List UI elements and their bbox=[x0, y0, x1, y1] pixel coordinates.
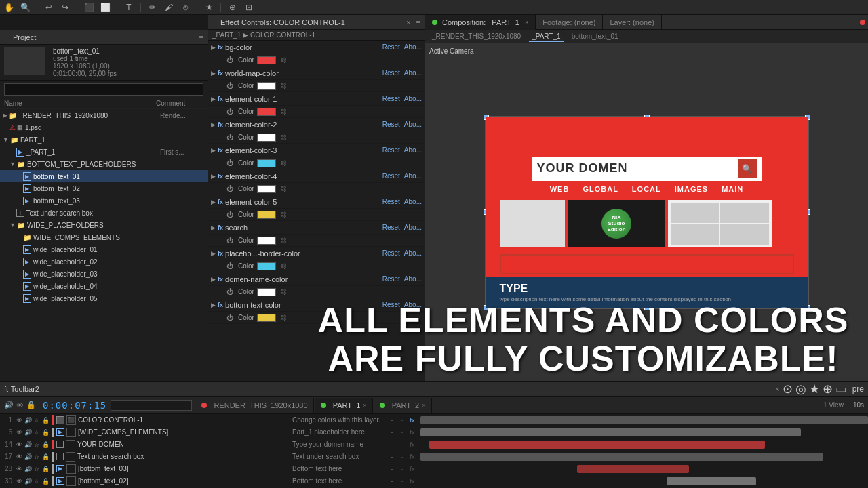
color-row-domen-name-color[interactable]: ⏻ Color ⛓ bbox=[208, 286, 425, 298]
effect-reset-element-color-1[interactable]: Reset bbox=[382, 95, 400, 102]
color-swatch-domen-name-color[interactable] bbox=[257, 288, 276, 296]
effect-reset-domen-name-color[interactable]: Reset bbox=[382, 275, 400, 283]
tl-tab-render[interactable]: _RENDER_THIS_1920x1080 bbox=[196, 398, 313, 413]
effect-row-world-map-color[interactable]: ▶ fx world-map-color Reset Abo... bbox=[208, 66, 425, 80]
ft-icon-5[interactable]: ▭ bbox=[835, 382, 847, 396]
ls-2-28[interactable]: · bbox=[397, 464, 407, 474]
layer-row-14[interactable]: 14 👁 🔊 ☆ 🔒 T YOUR DOMEN Type your domen … bbox=[0, 439, 420, 451]
layer-eye-17[interactable]: 👁 bbox=[15, 453, 23, 461]
layer-eye-14[interactable]: 👁 bbox=[15, 441, 23, 449]
effect-row-placeho-border-color[interactable]: ▶ fx placeho...-border-color Reset Abo..… bbox=[208, 247, 425, 260]
effect-about-element-color-3[interactable]: Abo... bbox=[404, 146, 422, 154]
color-row-search[interactable]: ⏻ Color ⛓ bbox=[208, 235, 425, 247]
comp-tab-main[interactable]: Composition: _PART_1 × bbox=[425, 15, 536, 30]
color-row-element-color-2[interactable]: ⏻ Color ⛓ bbox=[208, 131, 425, 144]
color-row-element-color-4[interactable]: ⏻ Color ⛓ bbox=[208, 183, 425, 195]
layer-solo-28[interactable]: ☆ bbox=[33, 465, 41, 473]
project-search-input[interactable] bbox=[7, 86, 200, 94]
color-row-element-color-3[interactable]: ⏻ Color ⛓ bbox=[208, 157, 425, 169]
comp-tab-close[interactable]: × bbox=[525, 19, 528, 26]
layer-row-30[interactable]: 30 👁 🔊 ☆ 🔒 ▶ [bottom_text_02] Bottom tex… bbox=[0, 475, 420, 487]
ls-fx-14[interactable]: fx bbox=[408, 440, 417, 449]
effect-controls-close-btn[interactable]: × bbox=[406, 18, 410, 26]
tl-tab-part1-close[interactable]: × bbox=[363, 402, 366, 409]
text-tool-icon[interactable]: T bbox=[123, 1, 135, 14]
layer-row-28[interactable]: 28 👁 🔊 ☆ 🔒 ▶ [bottom_text_03] Bottom tex… bbox=[0, 463, 420, 475]
puppet-tool-icon[interactable]: ★ bbox=[203, 1, 215, 14]
color-swatch-world-map-color[interactable] bbox=[257, 82, 276, 90]
color-swatch-placeho-border-color[interactable] bbox=[257, 262, 276, 270]
color-swatch-search[interactable] bbox=[257, 237, 276, 245]
tl-eye-icon[interactable]: 👁 bbox=[16, 401, 24, 409]
project-tree-item-wide-folder[interactable]: ▼📁WIDE_PLACEHOLDERS bbox=[0, 219, 208, 231]
layer-eye-1[interactable]: 👁 bbox=[15, 416, 23, 424]
layer-eye-30[interactable]: 👁 bbox=[15, 477, 23, 485]
project-options-icon[interactable]: ≡ bbox=[199, 33, 203, 41]
layer-lock-17[interactable]: 🔒 bbox=[41, 453, 50, 461]
effect-about-search[interactable]: Abo... bbox=[404, 224, 422, 231]
undo-icon[interactable]: ↩ bbox=[43, 1, 55, 14]
effect-about-bottom-text-color[interactable]: Abo... bbox=[404, 301, 422, 308]
project-tree-item-part1-folder[interactable]: ▼📁PART_1 bbox=[0, 134, 208, 146]
project-tree-item-wide-ph-05[interactable]: ▶wide_placeholder_05 bbox=[0, 292, 208, 304]
nav-local[interactable]: LOCAL bbox=[632, 185, 661, 193]
ls-2-17[interactable]: · bbox=[397, 452, 407, 462]
project-tree-item-bottom-placeholders[interactable]: ▼📁BOTTOM_TEXT_PLACEHOLDERS bbox=[0, 158, 208, 170]
layer-audio-28[interactable]: 🔊 bbox=[24, 465, 32, 473]
layer-solo-17[interactable]: ☆ bbox=[33, 453, 41, 461]
color-swatch-element-color-2[interactable] bbox=[257, 134, 276, 142]
effect-reset-element-color-3[interactable]: Reset bbox=[382, 146, 400, 154]
color-row-bottom-text-color[interactable]: ⏻ Color ⛓ bbox=[208, 312, 425, 324]
layer-eye-6[interactable]: 👁 bbox=[15, 428, 23, 436]
tl-tab-part2[interactable]: _PART_2 × bbox=[374, 398, 432, 413]
color-row-bg-color[interactable]: ⏻ Color ⛓ bbox=[208, 54, 425, 66]
search-button[interactable]: 🔍 bbox=[738, 159, 757, 178]
effect-reset-placeho-border-color[interactable]: Reset bbox=[382, 249, 400, 257]
effect-row-element-color-3[interactable]: ▶ fx element-color-3 Reset Abo... bbox=[208, 144, 425, 157]
color-row-element-color-5[interactable]: ⏻ Color ⛓ bbox=[208, 209, 425, 221]
project-tree-item-psd[interactable]: ⚠▦1.psd bbox=[0, 121, 208, 134]
layer-audio-30[interactable]: 🔊 bbox=[24, 477, 32, 485]
track-bar-14[interactable] bbox=[429, 441, 765, 449]
track-bar-17[interactable] bbox=[420, 453, 823, 461]
layer-lock-30[interactable]: 🔒 bbox=[41, 477, 50, 485]
ls-fx-6[interactable]: fx bbox=[408, 428, 417, 437]
ls-fx-28[interactable]: fx bbox=[408, 464, 417, 474]
effect-row-search[interactable]: ▶ fx search Reset Abo... bbox=[208, 221, 425, 235]
ls-1-28[interactable]: - bbox=[387, 464, 397, 474]
project-tree-item-bottom-text-01[interactable]: ▶bottom_text_01 bbox=[0, 170, 208, 182]
timeline-search-input[interactable] bbox=[111, 400, 192, 411]
project-tree-item-part1-comp[interactable]: ▶_PART_1First s... bbox=[0, 146, 208, 158]
layer-solo-14[interactable]: ☆ bbox=[33, 441, 41, 449]
track-bar-1[interactable] bbox=[420, 416, 868, 424]
paint-tool-icon[interactable]: 🖌 bbox=[163, 1, 175, 14]
tl-lock-icon[interactable]: 🔒 bbox=[26, 401, 36, 409]
layer-solo-6[interactable]: ☆ bbox=[33, 428, 41, 436]
effect-row-element-color-5[interactable]: ▶ fx element-color-5 Reset Abo... bbox=[208, 195, 425, 209]
clone-tool-icon[interactable]: ⎋ bbox=[179, 1, 191, 14]
effect-about-domen-name-color[interactable]: Abo... bbox=[404, 275, 422, 283]
effect-controls-menu-icon[interactable]: ☰ bbox=[212, 19, 218, 26]
effect-row-bottom-text-color[interactable]: ▶ fx bottom-text-color Reset Abo... bbox=[208, 298, 425, 312]
color-swatch-element-color-1[interactable] bbox=[257, 108, 276, 116]
project-menu-icon[interactable]: ☰ bbox=[4, 33, 10, 41]
ft-icon-pre[interactable]: pre bbox=[852, 384, 864, 394]
effect-about-placeho-border-color[interactable]: Abo... bbox=[404, 249, 422, 257]
project-tree-item-wide-ph-02[interactable]: ▶wide_placeholder_02 bbox=[0, 256, 208, 268]
ft-icon-4[interactable]: ⊕ bbox=[823, 382, 833, 396]
effect-row-element-color-2[interactable]: ▶ fx element-color-2 Reset Abo... bbox=[208, 118, 425, 131]
layer-audio-6[interactable]: 🔊 bbox=[24, 428, 32, 436]
nav-web[interactable]: WEB bbox=[550, 185, 570, 193]
project-tree-item-render[interactable]: ▶📁_RENDER_THIS_1920x1080Rende... bbox=[0, 109, 208, 121]
effect-row-domen-name-color[interactable]: ▶ fx domen-name-color Reset Abo... bbox=[208, 272, 425, 286]
ls-1-17[interactable]: - bbox=[387, 452, 397, 462]
project-tree-item-bottom-text-03[interactable]: ▶bottom_text_03 bbox=[0, 195, 208, 207]
ls-2-14[interactable]: · bbox=[397, 440, 407, 449]
layer-audio-14[interactable]: 🔊 bbox=[24, 441, 32, 449]
project-tree-item-wide-ph-04[interactable]: ▶wide_placeholder_04 bbox=[0, 280, 208, 292]
ls-fx-1[interactable]: fx bbox=[408, 415, 417, 425]
ls-1-30[interactable]: - bbox=[387, 476, 397, 486]
project-tree-item-bottom-text-02[interactable]: ▶bottom_text_02 bbox=[0, 182, 208, 195]
nav-main[interactable]: MAIN bbox=[722, 185, 743, 193]
effect-row-bg-color[interactable]: ▶ fx bg-color Reset Abo... bbox=[208, 41, 425, 54]
